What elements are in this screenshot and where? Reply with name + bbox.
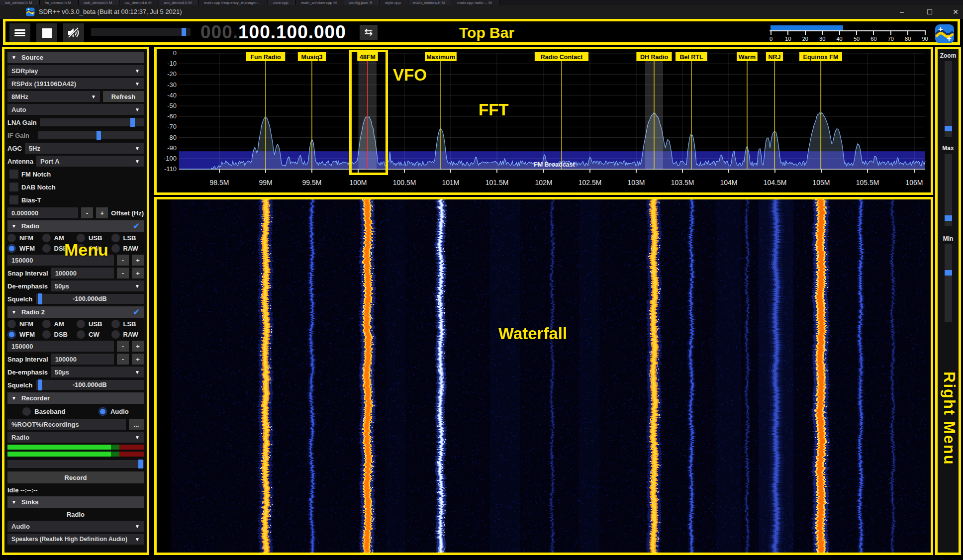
mode2-usb[interactable]: USB (77, 320, 109, 328)
frequency-display[interactable]: 000.100.100.000 (200, 22, 346, 43)
station-label[interactable]: Bel RTL (679, 54, 703, 61)
agc-select[interactable]: 5Hz▼ (25, 143, 144, 154)
editor-tab[interactable]: main.cpp radio… M (452, 0, 499, 5)
station-label[interactable]: NRJ (768, 54, 780, 61)
section-header-radio2[interactable]: ▼ Radio 2 ✔ (7, 306, 144, 318)
if-gain-slider[interactable] (38, 131, 144, 139)
station-label[interactable]: Fun Radio (250, 54, 281, 61)
waterfall-display[interactable] (157, 199, 931, 553)
snap-plus-button[interactable]: + (132, 268, 144, 279)
mode-lsb[interactable]: LSB (111, 234, 144, 242)
fft-height-slider[interactable]: 0102030405060708090 (770, 23, 927, 44)
section-header-recorder[interactable]: ▼ Recorder (7, 392, 144, 404)
slider-handle[interactable] (945, 215, 952, 221)
sink-device-select[interactable]: Speakers (Realtek High Definition Audio)… (7, 534, 144, 545)
recorder-volume-slider[interactable] (7, 460, 144, 468)
station-label[interactable]: Musiq3 (301, 54, 322, 61)
mute-button[interactable] (63, 23, 84, 42)
mode2-nfm[interactable]: NFM (7, 320, 40, 328)
zoom-slider[interactable] (945, 61, 952, 137)
station-label[interactable]: DH Radio (640, 54, 669, 61)
source-driver-select[interactable]: SDRplay▼ (7, 65, 144, 76)
slider-handle[interactable] (945, 270, 952, 276)
editor-tab[interactable]: usb_demod.h M (79, 0, 119, 5)
station-label[interactable]: Maximum (426, 54, 455, 61)
mode-raw[interactable]: RAW (111, 244, 144, 253)
editor-tab[interactable]: fm_demod.h M (40, 0, 79, 5)
record-button[interactable]: Record (7, 471, 144, 483)
section-header-sinks[interactable]: ▼ Sinks (7, 496, 144, 508)
mode-nfm[interactable]: NFM (7, 234, 40, 242)
snap-minus-button[interactable]: - (117, 268, 129, 279)
fft-display[interactable]: 0-10-20-30-40-50-60-70-80-90-100-11098.5… (157, 49, 931, 192)
mode2-wfm[interactable]: WFM (7, 330, 40, 339)
station-label[interactable]: Warm (739, 54, 756, 61)
enabled-check-icon[interactable]: ✔ (133, 307, 140, 317)
section-header-source[interactable]: ▼ Source (7, 52, 144, 63)
squelch-slider[interactable]: -100.000dB (36, 294, 144, 304)
snap-plus-button[interactable]: + (132, 354, 144, 365)
bandwidth-minus-button[interactable]: - (117, 255, 129, 266)
editor-tab[interactable]: am_demod.h M (159, 0, 199, 5)
snap-input[interactable]: 100000 (51, 354, 114, 365)
recording-path-input[interactable]: %ROOT%/Recordings (7, 419, 126, 430)
deemphasis-select[interactable]: 50µs▼ (51, 367, 144, 377)
editor-tab[interactable]: style.cpp (380, 0, 408, 5)
editor-tab[interactable]: main_window.h M (408, 0, 453, 5)
mode2-lsb[interactable]: LSB (111, 320, 144, 328)
maximize-button[interactable]: ☐ (918, 5, 941, 19)
radio2-bandwidth-input[interactable]: 150000 (7, 341, 114, 352)
sink-type-select[interactable]: Audio▼ (7, 521, 144, 532)
mode2-raw[interactable]: RAW (111, 330, 144, 339)
slider-handle[interactable] (96, 131, 101, 140)
stop-button[interactable] (36, 23, 57, 42)
snap-minus-button[interactable]: - (117, 354, 129, 365)
editor-tab[interactable]: main.cpp frequency_manager… (199, 0, 268, 5)
minimize-button[interactable]: – (890, 5, 913, 19)
recorder-mode-baseband[interactable]: Baseband (22, 407, 65, 416)
close-button[interactable]: ✕ (944, 5, 963, 19)
bias-t-checkbox[interactable] (9, 195, 18, 204)
editor-tab[interactable]: core.cpp (268, 0, 296, 5)
editor-tab[interactable]: cw_demod.h M (119, 0, 159, 5)
dab-notch-checkbox[interactable] (9, 183, 18, 191)
bandwidth-minus-button[interactable]: - (117, 341, 129, 352)
mode2-cw[interactable]: CW (77, 330, 109, 339)
recorder-stream-select[interactable]: Radio▼ (7, 432, 144, 443)
section-header-radio[interactable]: ▼ Radio ✔ (7, 220, 144, 232)
slider-handle[interactable] (945, 126, 952, 131)
browse-button[interactable]: ... (129, 419, 144, 430)
bandwidth-select[interactable]: 8MHz▼ (7, 91, 100, 102)
offset-minus-button[interactable]: - (81, 207, 93, 218)
menu-toggle-button[interactable] (9, 23, 30, 42)
station-label[interactable]: Radio Contact (541, 54, 583, 61)
refresh-button[interactable]: Refresh (103, 91, 144, 102)
station-label[interactable]: Equinox FM (803, 54, 839, 61)
enabled-check-icon[interactable]: ✔ (133, 221, 140, 231)
lna-gain-slider[interactable] (40, 118, 144, 126)
editor-tab-strip[interactable]: isb_demod.h Mfm_demod.h Musb_demod.h Mcw… (0, 0, 963, 5)
slider-handle[interactable] (38, 293, 42, 304)
slider-handle[interactable] (38, 379, 42, 390)
recorder-mode-audio[interactable]: Audio (98, 407, 129, 416)
offset-input[interactable]: 0.000000 (7, 207, 78, 218)
antenna-select[interactable]: Port A▼ (36, 156, 144, 167)
gain-mode-select[interactable]: Auto▼ (7, 104, 144, 115)
slider-handle[interactable] (130, 118, 135, 127)
bandwidth-plus-button[interactable]: + (132, 341, 144, 352)
offset-plus-button[interactable]: + (96, 207, 108, 218)
source-device-select[interactable]: RSPdx (191106DA42)▼ (7, 78, 144, 89)
mode2-dsb[interactable]: DSB (42, 330, 75, 339)
fm-notch-checkbox[interactable] (9, 170, 18, 179)
mode2-am[interactable]: AM (42, 320, 75, 328)
max-slider[interactable] (945, 154, 952, 226)
volume-slider[interactable] (91, 28, 191, 36)
snap-input[interactable]: 100000 (51, 268, 114, 279)
volume-slider-handle[interactable] (182, 28, 186, 36)
min-slider[interactable] (945, 244, 952, 322)
editor-tab[interactable]: config.json ✕ (344, 0, 380, 5)
deemphasis-select[interactable]: 50µs▼ (51, 280, 144, 291)
editor-tab[interactable]: isb_demod.h M (0, 0, 40, 5)
squelch-slider[interactable]: -100.000dB (36, 380, 144, 390)
swap-vfo-button[interactable]: ⇆ (360, 25, 378, 40)
